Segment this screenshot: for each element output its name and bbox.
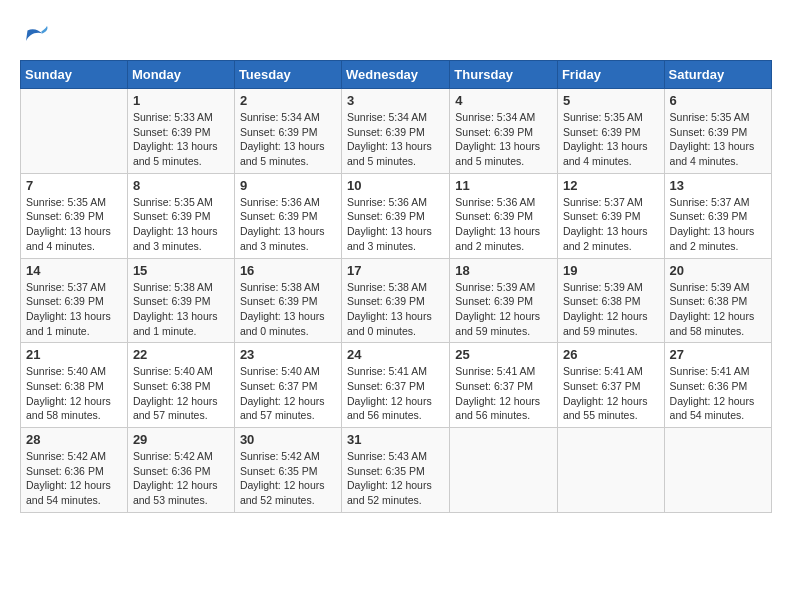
day-info: Sunrise: 5:37 AM Sunset: 6:39 PM Dayligh… (670, 195, 766, 254)
day-info: Sunrise: 5:39 AM Sunset: 6:39 PM Dayligh… (455, 280, 552, 339)
column-header-thursday: Thursday (450, 61, 558, 89)
day-info: Sunrise: 5:39 AM Sunset: 6:38 PM Dayligh… (670, 280, 766, 339)
day-info: Sunrise: 5:43 AM Sunset: 6:35 PM Dayligh… (347, 449, 444, 508)
column-header-saturday: Saturday (664, 61, 771, 89)
day-number: 18 (455, 263, 552, 278)
day-info: Sunrise: 5:37 AM Sunset: 6:39 PM Dayligh… (26, 280, 122, 339)
day-number: 17 (347, 263, 444, 278)
calendar-week-2: 14Sunrise: 5:37 AM Sunset: 6:39 PM Dayli… (21, 258, 772, 343)
calendar-cell: 23Sunrise: 5:40 AM Sunset: 6:37 PM Dayli… (234, 343, 341, 428)
day-number: 21 (26, 347, 122, 362)
day-info: Sunrise: 5:37 AM Sunset: 6:39 PM Dayligh… (563, 195, 659, 254)
calendar-cell: 13Sunrise: 5:37 AM Sunset: 6:39 PM Dayli… (664, 173, 771, 258)
day-info: Sunrise: 5:34 AM Sunset: 6:39 PM Dayligh… (455, 110, 552, 169)
day-info: Sunrise: 5:38 AM Sunset: 6:39 PM Dayligh… (347, 280, 444, 339)
day-number: 11 (455, 178, 552, 193)
day-number: 9 (240, 178, 336, 193)
day-info: Sunrise: 5:35 AM Sunset: 6:39 PM Dayligh… (26, 195, 122, 254)
calendar-week-3: 21Sunrise: 5:40 AM Sunset: 6:38 PM Dayli… (21, 343, 772, 428)
day-info: Sunrise: 5:42 AM Sunset: 6:35 PM Dayligh… (240, 449, 336, 508)
day-number: 23 (240, 347, 336, 362)
calendar-cell: 27Sunrise: 5:41 AM Sunset: 6:36 PM Dayli… (664, 343, 771, 428)
calendar-cell: 3Sunrise: 5:34 AM Sunset: 6:39 PM Daylig… (342, 89, 450, 174)
column-header-friday: Friday (557, 61, 664, 89)
day-number: 7 (26, 178, 122, 193)
column-header-monday: Monday (127, 61, 234, 89)
day-number: 24 (347, 347, 444, 362)
calendar-cell: 1Sunrise: 5:33 AM Sunset: 6:39 PM Daylig… (127, 89, 234, 174)
calendar-cell: 12Sunrise: 5:37 AM Sunset: 6:39 PM Dayli… (557, 173, 664, 258)
day-number: 20 (670, 263, 766, 278)
day-info: Sunrise: 5:42 AM Sunset: 6:36 PM Dayligh… (26, 449, 122, 508)
day-info: Sunrise: 5:39 AM Sunset: 6:38 PM Dayligh… (563, 280, 659, 339)
day-number: 15 (133, 263, 229, 278)
calendar-week-0: 1Sunrise: 5:33 AM Sunset: 6:39 PM Daylig… (21, 89, 772, 174)
calendar-cell: 10Sunrise: 5:36 AM Sunset: 6:39 PM Dayli… (342, 173, 450, 258)
calendar-cell: 26Sunrise: 5:41 AM Sunset: 6:37 PM Dayli… (557, 343, 664, 428)
day-info: Sunrise: 5:36 AM Sunset: 6:39 PM Dayligh… (347, 195, 444, 254)
day-info: Sunrise: 5:36 AM Sunset: 6:39 PM Dayligh… (240, 195, 336, 254)
calendar-cell: 14Sunrise: 5:37 AM Sunset: 6:39 PM Dayli… (21, 258, 128, 343)
logo (20, 20, 54, 50)
calendar-cell: 4Sunrise: 5:34 AM Sunset: 6:39 PM Daylig… (450, 89, 558, 174)
day-info: Sunrise: 5:34 AM Sunset: 6:39 PM Dayligh… (347, 110, 444, 169)
day-info: Sunrise: 5:36 AM Sunset: 6:39 PM Dayligh… (455, 195, 552, 254)
day-info: Sunrise: 5:33 AM Sunset: 6:39 PM Dayligh… (133, 110, 229, 169)
day-info: Sunrise: 5:38 AM Sunset: 6:39 PM Dayligh… (240, 280, 336, 339)
calendar-cell: 6Sunrise: 5:35 AM Sunset: 6:39 PM Daylig… (664, 89, 771, 174)
day-number: 31 (347, 432, 444, 447)
calendar-week-4: 28Sunrise: 5:42 AM Sunset: 6:36 PM Dayli… (21, 428, 772, 513)
calendar-cell: 16Sunrise: 5:38 AM Sunset: 6:39 PM Dayli… (234, 258, 341, 343)
day-number: 4 (455, 93, 552, 108)
calendar-cell: 9Sunrise: 5:36 AM Sunset: 6:39 PM Daylig… (234, 173, 341, 258)
calendar-cell (21, 89, 128, 174)
day-info: Sunrise: 5:40 AM Sunset: 6:38 PM Dayligh… (26, 364, 122, 423)
day-info: Sunrise: 5:38 AM Sunset: 6:39 PM Dayligh… (133, 280, 229, 339)
calendar-cell (557, 428, 664, 513)
column-header-wednesday: Wednesday (342, 61, 450, 89)
calendar-cell: 31Sunrise: 5:43 AM Sunset: 6:35 PM Dayli… (342, 428, 450, 513)
calendar-cell: 7Sunrise: 5:35 AM Sunset: 6:39 PM Daylig… (21, 173, 128, 258)
day-number: 1 (133, 93, 229, 108)
calendar-cell: 21Sunrise: 5:40 AM Sunset: 6:38 PM Dayli… (21, 343, 128, 428)
calendar-cell: 25Sunrise: 5:41 AM Sunset: 6:37 PM Dayli… (450, 343, 558, 428)
day-number: 22 (133, 347, 229, 362)
day-number: 16 (240, 263, 336, 278)
day-info: Sunrise: 5:41 AM Sunset: 6:37 PM Dayligh… (347, 364, 444, 423)
calendar-cell: 5Sunrise: 5:35 AM Sunset: 6:39 PM Daylig… (557, 89, 664, 174)
day-number: 30 (240, 432, 336, 447)
day-info: Sunrise: 5:35 AM Sunset: 6:39 PM Dayligh… (670, 110, 766, 169)
day-number: 14 (26, 263, 122, 278)
calendar-header-row: SundayMondayTuesdayWednesdayThursdayFrid… (21, 61, 772, 89)
day-info: Sunrise: 5:42 AM Sunset: 6:36 PM Dayligh… (133, 449, 229, 508)
day-number: 13 (670, 178, 766, 193)
day-info: Sunrise: 5:34 AM Sunset: 6:39 PM Dayligh… (240, 110, 336, 169)
day-number: 12 (563, 178, 659, 193)
column-header-sunday: Sunday (21, 61, 128, 89)
calendar-cell: 19Sunrise: 5:39 AM Sunset: 6:38 PM Dayli… (557, 258, 664, 343)
calendar-cell (450, 428, 558, 513)
calendar-cell: 29Sunrise: 5:42 AM Sunset: 6:36 PM Dayli… (127, 428, 234, 513)
day-info: Sunrise: 5:41 AM Sunset: 6:36 PM Dayligh… (670, 364, 766, 423)
calendar-cell: 18Sunrise: 5:39 AM Sunset: 6:39 PM Dayli… (450, 258, 558, 343)
calendar-week-1: 7Sunrise: 5:35 AM Sunset: 6:39 PM Daylig… (21, 173, 772, 258)
day-number: 25 (455, 347, 552, 362)
day-number: 26 (563, 347, 659, 362)
day-number: 10 (347, 178, 444, 193)
day-number: 5 (563, 93, 659, 108)
calendar-cell: 24Sunrise: 5:41 AM Sunset: 6:37 PM Dayli… (342, 343, 450, 428)
day-number: 8 (133, 178, 229, 193)
calendar-cell: 20Sunrise: 5:39 AM Sunset: 6:38 PM Dayli… (664, 258, 771, 343)
page-header (20, 20, 772, 50)
calendar-cell: 8Sunrise: 5:35 AM Sunset: 6:39 PM Daylig… (127, 173, 234, 258)
day-info: Sunrise: 5:35 AM Sunset: 6:39 PM Dayligh… (133, 195, 229, 254)
calendar-cell: 11Sunrise: 5:36 AM Sunset: 6:39 PM Dayli… (450, 173, 558, 258)
day-number: 29 (133, 432, 229, 447)
day-number: 27 (670, 347, 766, 362)
calendar-cell (664, 428, 771, 513)
calendar-cell: 17Sunrise: 5:38 AM Sunset: 6:39 PM Dayli… (342, 258, 450, 343)
day-info: Sunrise: 5:40 AM Sunset: 6:38 PM Dayligh… (133, 364, 229, 423)
day-number: 28 (26, 432, 122, 447)
day-info: Sunrise: 5:40 AM Sunset: 6:37 PM Dayligh… (240, 364, 336, 423)
day-info: Sunrise: 5:35 AM Sunset: 6:39 PM Dayligh… (563, 110, 659, 169)
